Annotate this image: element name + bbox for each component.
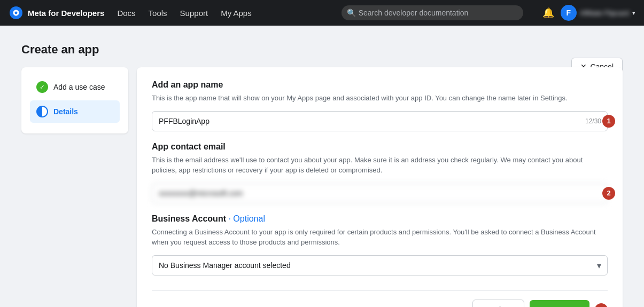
sidebar-item-details[interactable]: Details — [30, 100, 120, 123]
page-title: Create an app — [21, 43, 623, 57]
avatar-area[interactable]: F Affiliate Flipcard ▾ — [561, 5, 635, 21]
brand-logo: Meta for Developers — [9, 5, 104, 20]
avatar: F — [561, 5, 577, 21]
navbar: Meta for Developers Docs Tools Support M… — [0, 0, 644, 26]
nav-myapps[interactable]: My Apps — [221, 9, 252, 18]
user-name: Affiliate Flipcard — [580, 9, 629, 17]
app-name-desc: This is the app name that will show on y… — [152, 93, 608, 104]
sidebar-item-use-case[interactable]: ✓ Add a use case — [30, 76, 120, 98]
email-desc: This is the email address we'll use to c… — [152, 155, 608, 176]
navbar-right: 🔔 F Affiliate Flipcard ▾ — [542, 5, 635, 21]
optional-label: · Optional — [228, 214, 265, 223]
app-name-section: Add an app name This is the app name tha… — [152, 80, 608, 131]
meta-logo-icon — [9, 5, 24, 20]
search-icon: 🔍 — [347, 9, 356, 17]
previous-button[interactable]: Previous — [472, 300, 524, 308]
nav-docs[interactable]: Docs — [117, 9, 135, 18]
bell-icon[interactable]: 🔔 — [542, 7, 554, 19]
step-3-badge: 3 — [595, 303, 608, 308]
app-name-input[interactable] — [152, 111, 608, 131]
nav-support[interactable]: Support — [180, 9, 208, 18]
main-layout: ✓ Add a use case Details Add an app name… — [21, 67, 623, 307]
search-bar: 🔍 — [342, 5, 523, 20]
business-title: Business Account · Optional — [152, 214, 608, 224]
email-input[interactable] — [152, 183, 608, 203]
details-icon — [36, 106, 48, 117]
business-account-select[interactable]: No Business Manager account selected — [152, 255, 608, 275]
step-2-badge: 2 — [602, 187, 615, 200]
nav-tools[interactable]: Tools — [149, 9, 167, 18]
business-section: Business Account · Optional Connecting a… — [152, 214, 608, 275]
form-footer: By proceeding, you agree to the Meta Pla… — [152, 290, 608, 308]
email-section: App contact email This is the email addr… — [152, 142, 608, 203]
form-panel: Add an app name This is the app name tha… — [137, 67, 623, 307]
search-input[interactable] — [342, 5, 523, 20]
char-count: 12/30 — [585, 117, 601, 125]
business-desc: Connecting a Business Account to your ap… — [152, 227, 608, 248]
sidebar-details-label: Details — [53, 107, 78, 116]
sidebar-use-case-label: Add a use case — [53, 83, 105, 91]
business-select-wrapper: No Business Manager account selected ▾ — [152, 255, 608, 275]
brand-name: Meta for Developers — [28, 9, 104, 18]
page-content: Create an app ✕ Cancel ✓ Add a use case … — [0, 26, 644, 307]
chevron-down-icon: ▾ — [632, 10, 635, 17]
step-1-badge: 1 — [602, 115, 615, 128]
email-input-row: 2 — [152, 183, 608, 203]
app-name-input-row: 12/30 1 — [152, 111, 608, 131]
app-name-title: Add an app name — [152, 80, 608, 90]
sidebar: ✓ Add a use case Details — [21, 67, 128, 133]
footer-buttons: Previous Create app 3 — [472, 300, 608, 308]
email-title: App contact email — [152, 142, 608, 152]
create-app-button[interactable]: Create app — [530, 300, 589, 308]
check-icon: ✓ — [36, 81, 48, 93]
